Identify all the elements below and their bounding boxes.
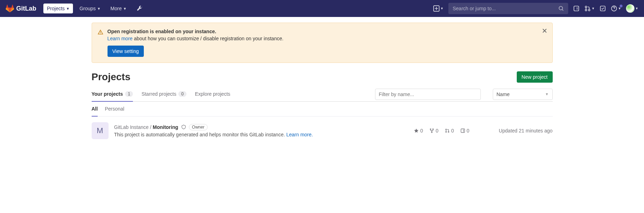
svg-point-12 [446,131,447,132]
stars-stat[interactable]: 0 [414,128,423,134]
chevron-down-icon: ▼ [591,7,595,10]
svg-point-9 [433,129,434,130]
your-projects-count: 1 [125,91,133,97]
project-role-badge: Owner [189,124,208,130]
fork-icon [429,128,434,133]
project-avatar: M [92,122,109,139]
internal-visibility-icon [181,124,186,130]
subtab-personal[interactable]: Personal [105,102,124,117]
project-subtabs: All Personal [92,102,553,117]
alert-title: Open registration is enabled on your ins… [108,29,547,34]
svg-rect-2 [574,6,579,11]
project-description: This project is automatically generated … [114,132,409,137]
chevron-down-icon: ▼ [97,7,100,11]
admin-wrench-icon[interactable] [136,5,143,12]
svg-point-8 [430,129,431,130]
project-stats: 0 0 0 0 [414,128,469,134]
page-header: Projects New project [92,71,553,83]
brand-text: GitLab [16,5,36,12]
svg-point-11 [446,129,447,130]
notification-dot [620,5,622,7]
tab-your-projects[interactable]: Your projects 1 [92,87,133,102]
star-icon [414,128,419,133]
merge-requests-dropdown[interactable]: ▼ [584,5,595,12]
project-learn-more-link[interactable]: Learn more. [286,132,313,137]
new-project-button[interactable]: New project [517,71,553,83]
subtab-all[interactable]: All [92,102,98,117]
forks-stat[interactable]: 0 [429,128,438,134]
gitlab-logo[interactable]: GitLab [6,4,36,13]
tab-explore-projects[interactable]: Explore projects [195,87,230,102]
svg-point-3 [585,6,587,8]
global-search[interactable] [448,3,568,14]
issues-icon[interactable] [573,5,579,12]
issues-stat[interactable]: 0 [460,128,470,134]
help-dropdown[interactable]: ▼ [611,5,621,12]
starred-projects-count: 0 [178,91,186,97]
search-icon [558,6,564,11]
chevron-down-icon: ▼ [123,7,127,11]
chevron-down-icon: ▼ [66,7,70,11]
issue-icon [460,128,465,133]
filter-by-name-input[interactable] [375,89,481,100]
view-setting-button[interactable]: View setting [108,46,144,57]
chevron-down-icon: ▼ [545,92,549,96]
top-navbar: GitLab Projects▼ Groups▼ More▼ ▼ ▼ [0,0,644,17]
navbar-right: ▼ ▼ ▼ ▼ [433,3,638,14]
registration-alert: Open registration is enabled on your ins… [92,23,553,63]
svg-point-10 [431,132,433,133]
sort-dropdown[interactable]: Name ▼ [493,89,553,100]
tanuki-icon [6,4,14,13]
svg-point-5 [588,9,590,11]
todos-icon[interactable] [600,5,606,12]
project-tabs: Your projects 1 Starred projects 0 Explo… [92,87,553,102]
page-title: Projects [92,71,131,83]
nav-projects[interactable]: Projects▼ [43,4,73,13]
nav-more[interactable]: More▼ [107,4,130,13]
chevron-down-icon: ▼ [635,7,638,10]
merge-requests-stat[interactable]: 0 [445,128,454,134]
svg-rect-14 [461,129,465,133]
tab-starred-projects[interactable]: Starred projects 0 [141,87,186,102]
warning-icon [98,29,103,57]
project-namespace-name[interactable]: GitLab Instance / Monitoring [114,124,178,130]
svg-point-13 [448,131,449,132]
alert-text: Learn more about how you can customize /… [108,36,547,41]
svg-point-4 [585,9,587,11]
project-row[interactable]: M GitLab Instance / Monitoring Owner Thi… [92,117,553,145]
user-menu[interactable]: ▼ [626,4,638,13]
merge-request-icon [445,128,450,133]
avatar [626,4,634,13]
learn-more-link[interactable]: Learn more [108,36,133,41]
nav-groups[interactable]: Groups▼ [76,4,104,13]
chevron-down-icon: ▼ [440,7,443,10]
create-new-dropdown[interactable]: ▼ [433,5,443,12]
svg-point-1 [559,6,563,10]
navbar-left: GitLab Projects▼ Groups▼ More▼ [6,4,143,13]
project-updated-at: Updated 21 minutes ago [475,128,553,134]
search-input[interactable] [453,6,558,11]
alert-close-button[interactable] [542,28,547,35]
